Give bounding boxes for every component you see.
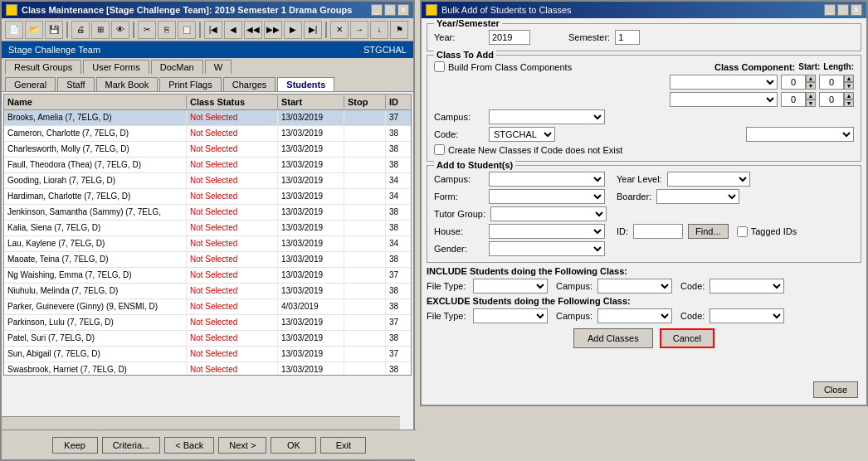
table-row[interactable]: Patel, Suri (7, 7ELG, D)Not Selected13/0… xyxy=(4,331,411,347)
dialog-close[interactable]: ✕ xyxy=(851,4,862,16)
print-btn[interactable]: 🖨 xyxy=(71,21,90,39)
save-btn[interactable]: 💾 xyxy=(45,21,63,39)
table-body[interactable]: Brooks, Amelia (7, 7ELG, D)Not Selected1… xyxy=(4,110,411,376)
delete-btn[interactable]: ✕ xyxy=(330,21,349,39)
length-spinbox-2[interactable]: ▲ ▼ xyxy=(819,92,854,107)
campus-student-select[interactable] xyxy=(489,172,605,187)
build-components-checkbox[interactable] xyxy=(434,61,445,72)
cut-btn[interactable]: ✂ xyxy=(138,21,156,39)
close-btn[interactable]: ✕ xyxy=(397,4,409,16)
start-input-1[interactable] xyxy=(781,75,806,90)
create-new-checkbox[interactable] xyxy=(434,144,445,155)
table-row[interactable]: Parker, Guinevere (Ginny) (9, ENSMI, D)N… xyxy=(4,299,411,315)
start-spinbox-1[interactable]: ▲ ▼ xyxy=(781,75,816,90)
inc-file-type-select[interactable] xyxy=(473,279,548,294)
tab-students[interactable]: Students xyxy=(277,77,334,91)
build-components-check-label[interactable]: Build From Class Components xyxy=(434,61,572,72)
arrow-btn[interactable]: → xyxy=(350,21,368,39)
tagged-ids-checkbox[interactable] xyxy=(737,226,748,237)
tab-result-groups[interactable]: Result Groups xyxy=(5,60,81,74)
table-row[interactable]: Cameron, Charlotte (7, 7ELG, D)Not Selec… xyxy=(4,126,411,142)
gender-select[interactable] xyxy=(489,241,605,256)
year-level-select[interactable] xyxy=(667,172,750,187)
start-input-2[interactable] xyxy=(781,92,806,107)
length-down-1[interactable]: ▼ xyxy=(844,82,854,90)
dialog-maximize[interactable]: □ xyxy=(837,4,849,16)
tab-staff[interactable]: Staff xyxy=(57,77,94,91)
component-select-1[interactable] xyxy=(670,75,778,90)
table-row[interactable]: Maoate, Teina (7, 7ELG, D)Not Selected13… xyxy=(4,252,411,268)
table-row[interactable]: Swasbrook, Harriet (7, 7ELG, D)Not Selec… xyxy=(4,362,411,376)
tagged-ids-label[interactable]: Tagged IDs xyxy=(737,226,797,237)
create-new-check-label[interactable]: Create New Classes if Code does not Exis… xyxy=(434,144,622,155)
tutor-group-select[interactable] xyxy=(490,206,607,221)
id-input[interactable] xyxy=(633,224,683,239)
first-btn[interactable]: |◀ xyxy=(204,21,222,39)
code-select[interactable]: STGCHAL xyxy=(489,127,555,142)
exit-button[interactable]: Exit xyxy=(320,437,366,454)
table-row[interactable]: Gooding, Liorah (7, 7ELG, D)Not Selected… xyxy=(4,173,411,189)
table-row[interactable]: Sun, Abigail (7, 7ELG, D)Not Selected13/… xyxy=(4,347,411,362)
table-row[interactable]: Charlesworth, Molly (7, 7ELG, D)Not Sele… xyxy=(4,142,411,158)
next-button[interactable]: Next > xyxy=(218,437,266,454)
tab-print-flags[interactable]: Print Flags xyxy=(159,77,222,91)
table-row[interactable]: Jenkinson, Samantha (Sammy) (7, 7ELG,Not… xyxy=(4,205,411,221)
prevp-btn[interactable]: ◀◀ xyxy=(244,21,262,39)
cancel-button[interactable]: Cancel xyxy=(660,328,714,348)
table-row[interactable]: Faull, Theodora (Thea) (7, 7ELG, D)Not S… xyxy=(4,158,411,173)
length-up-1[interactable]: ▲ xyxy=(844,75,854,82)
keep-button[interactable]: Keep xyxy=(52,437,98,454)
preview-btn[interactable]: 👁 xyxy=(111,21,129,39)
start-up-1[interactable]: ▲ xyxy=(806,75,816,82)
code-extra-select[interactable] xyxy=(746,127,854,142)
length-down-2[interactable]: ▼ xyxy=(844,99,854,107)
tab-user-forms[interactable]: User Forms xyxy=(83,60,149,74)
form-select[interactable] xyxy=(489,189,605,204)
inc-code-select[interactable] xyxy=(710,279,784,294)
print2-btn[interactable]: ⊞ xyxy=(91,21,110,39)
campus-select[interactable] xyxy=(489,109,605,124)
open-btn[interactable]: 📂 xyxy=(25,21,43,39)
add-classes-button[interactable]: Add Classes xyxy=(573,328,653,348)
start-down-1[interactable]: ▼ xyxy=(806,82,816,90)
down-btn[interactable]: ↓ xyxy=(370,21,388,39)
next-tb-btn[interactable]: ▶ xyxy=(284,21,302,39)
tab-w[interactable]: W xyxy=(205,60,232,74)
tab-docman[interactable]: DocMan xyxy=(151,60,203,74)
close-button[interactable]: Close xyxy=(813,381,858,398)
table-row[interactable]: Niuhulu, Melinda (7, 7ELG, D)Not Selecte… xyxy=(4,284,411,299)
length-input-1[interactable] xyxy=(819,75,844,90)
boarder-select[interactable] xyxy=(656,189,739,204)
ok-button[interactable]: OK xyxy=(271,437,316,454)
tab-charges[interactable]: Charges xyxy=(223,77,276,91)
start-down-2[interactable]: ▼ xyxy=(806,99,816,107)
start-up-2[interactable]: ▲ xyxy=(806,92,816,99)
exc-file-type-select[interactable] xyxy=(473,308,548,323)
start-spinbox-2[interactable]: ▲ ▼ xyxy=(781,92,816,107)
prev-btn[interactable]: ◀ xyxy=(224,21,242,39)
paste-btn[interactable]: 📋 xyxy=(178,21,196,39)
find-button[interactable]: Find... xyxy=(688,224,729,239)
maximize-btn[interactable]: □ xyxy=(384,4,396,16)
year-input[interactable] xyxy=(489,30,530,45)
exc-code-select[interactable] xyxy=(710,308,784,323)
exc-campus-select[interactable] xyxy=(597,308,672,323)
copy-btn[interactable]: ⎘ xyxy=(158,21,176,39)
tab-mark-book[interactable]: Mark Book xyxy=(96,77,158,91)
criteria-button[interactable]: Criteria... xyxy=(102,437,161,454)
table-row[interactable]: Ng Waishing, Emma (7, 7ELG, D)Not Select… xyxy=(4,268,411,284)
new-btn[interactable]: 📄 xyxy=(5,21,23,39)
table-row[interactable]: Kalia, Siena (7, 7ELG, D)Not Selected13/… xyxy=(4,221,411,236)
dialog-minimize[interactable]: _ xyxy=(824,4,836,16)
semester-input[interactable] xyxy=(615,30,640,45)
bottom-scrollbar[interactable] xyxy=(2,416,400,429)
back-button[interactable]: < Back xyxy=(164,437,214,454)
length-input-2[interactable] xyxy=(819,92,844,107)
length-spinbox-1[interactable]: ▲ ▼ xyxy=(819,75,854,90)
table-row[interactable]: Parkinson, Lulu (7, 7ELG, D)Not Selected… xyxy=(4,315,411,331)
table-row[interactable]: Brooks, Amelia (7, 7ELG, D)Not Selected1… xyxy=(4,110,411,126)
component-select-2[interactable] xyxy=(670,92,778,107)
nextp-btn[interactable]: ▶▶ xyxy=(264,21,282,39)
table-row[interactable]: Lau, Kaylene (7, 7ELG, D)Not Selected13/… xyxy=(4,236,411,252)
inc-campus-select[interactable] xyxy=(597,279,672,294)
